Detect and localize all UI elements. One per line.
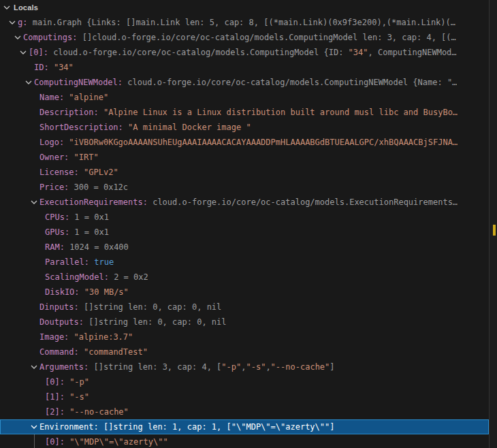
locals-section-header[interactable]: Locals bbox=[0, 0, 489, 15]
twistie-placeholder bbox=[29, 182, 39, 193]
indent-spacer bbox=[0, 225, 34, 240]
twistie-placeholder bbox=[29, 152, 39, 163]
debug-variables-panel: Locals g: main.Graph {Links: []main.Link… bbox=[0, 0, 497, 448]
variable-name: Price: bbox=[39, 182, 74, 192]
variable-text: Description: "Alpine Linux is a Linux di… bbox=[39, 108, 458, 117]
variable-value: "alpine" bbox=[69, 93, 108, 102]
variable-value: main.Graph {Links: []main.Link len: 5, c… bbox=[33, 18, 455, 27]
variable-row[interactable]: [0]: "\"MDP\"=\"azerty\"" bbox=[0, 434, 489, 448]
variable-row[interactable]: Arguments: []string len: 3, cap: 4, ["-p… bbox=[0, 359, 489, 374]
indent-spacer bbox=[0, 60, 23, 75]
chevron-down-icon[interactable] bbox=[29, 197, 39, 208]
variable-text: Image: "alpine:3.7" bbox=[39, 332, 133, 342]
indent-spacer bbox=[0, 240, 34, 255]
variable-row[interactable]: License: "GPLv2" bbox=[0, 165, 489, 180]
variable-value: ] bbox=[330, 422, 334, 432]
variable-value: []string len: 0, cap: 0, nil bbox=[84, 302, 221, 312]
variable-name: Environment: bbox=[39, 422, 103, 432]
indent-spacer bbox=[0, 195, 29, 210]
variable-value: "30 MB/s" bbox=[84, 287, 129, 297]
variable-value: "\"MDP\"=\"azerty\"" bbox=[69, 437, 168, 447]
variable-row[interactable]: Command: "commandTest" bbox=[0, 345, 489, 359]
variable-row[interactable]: Parallel: true bbox=[0, 255, 489, 270]
variable-row[interactable]: [0]: "-p" bbox=[0, 374, 489, 389]
variable-name: [1]: bbox=[45, 392, 69, 402]
variable-row[interactable]: RAM: 1024 = 0x400 bbox=[0, 240, 489, 255]
indent-spacer bbox=[0, 330, 29, 345]
variable-row[interactable]: ScalingModel: 2 = 0x2 bbox=[0, 270, 489, 285]
indent-spacer bbox=[0, 285, 34, 300]
indent-spacer bbox=[0, 150, 29, 165]
variable-text: Doutputs: []string len: 0, cap: 0, nil bbox=[39, 317, 227, 327]
variable-row[interactable]: [0]: cloud.o-forge.io/core/oc-catalog/mo… bbox=[0, 45, 489, 60]
variable-row[interactable]: GPUs: 1 = 0x1 bbox=[0, 225, 489, 240]
twistie-placeholder bbox=[23, 62, 34, 73]
chevron-down-icon[interactable] bbox=[1, 2, 12, 13]
twistie-placeholder bbox=[34, 377, 45, 387]
variable-row[interactable]: ID: "34" bbox=[0, 60, 489, 75]
section-title: Locals bbox=[14, 3, 38, 12]
chevron-down-icon[interactable] bbox=[23, 77, 34, 88]
variable-row[interactable]: ExecutionRequirements: cloud.o-forge.io/… bbox=[0, 195, 489, 210]
variable-row[interactable]: [2]: "--no-cache" bbox=[0, 404, 489, 419]
variable-row[interactable]: Price: 300 = 0x12c bbox=[0, 180, 489, 195]
variable-row[interactable]: [1]: "-s" bbox=[0, 389, 489, 404]
variable-text: ExecutionRequirements: cloud.o-forge.io/… bbox=[39, 197, 458, 207]
variable-name: Owner: bbox=[39, 153, 74, 162]
variable-name: GPUs: bbox=[45, 227, 74, 237]
chevron-down-icon[interactable] bbox=[29, 421, 39, 432]
variable-text: Price: 300 = 0x12c bbox=[39, 182, 128, 192]
variable-text: RAM: 1024 = 0x400 bbox=[45, 242, 129, 252]
chevron-down-icon[interactable] bbox=[29, 362, 39, 372]
variable-text: GPUs: 1 = 0x1 bbox=[45, 227, 109, 237]
variable-row[interactable]: Doutputs: []string len: 0, cap: 0, nil bbox=[0, 315, 489, 330]
variable-text: [2]: "--no-cache" bbox=[45, 407, 129, 417]
twistie-placeholder bbox=[29, 347, 39, 357]
variable-row[interactable]: Logo: "iVBORw0KGgoAAAANSUhEUgAAAIAAAACAC… bbox=[0, 135, 489, 150]
variables-tree: g: main.Graph {Links: []main.Link len: 5… bbox=[0, 15, 489, 448]
variable-value: true bbox=[94, 257, 114, 267]
variable-row[interactable]: CPUs: 1 = 0x1 bbox=[0, 210, 489, 225]
variable-value: "IRT" bbox=[74, 153, 99, 162]
indent-spacer bbox=[0, 434, 34, 448]
variable-row[interactable]: Description: "Alpine Linux is a Linux di… bbox=[0, 105, 489, 120]
chevron-down-icon[interactable] bbox=[12, 32, 23, 43]
variable-row[interactable]: Name: "alpine" bbox=[0, 90, 489, 105]
variable-value: []string len: 3, cap: 4, [ bbox=[93, 362, 221, 372]
variable-name: Parallel: bbox=[45, 257, 94, 267]
indent-spacer bbox=[0, 404, 34, 419]
variable-value: "-s" bbox=[246, 362, 266, 372]
variable-name: ScalingModel: bbox=[45, 272, 114, 282]
variable-name: Image: bbox=[39, 332, 74, 342]
twistie-placeholder bbox=[34, 242, 45, 253]
twistie-placeholder bbox=[29, 317, 39, 327]
locals-pane: Locals g: main.Graph {Links: []main.Link… bbox=[0, 0, 489, 448]
variable-name: Name: bbox=[39, 93, 69, 102]
twistie-placeholder bbox=[34, 212, 45, 223]
variable-row[interactable]: g: main.Graph {Links: []main.Link len: 5… bbox=[0, 15, 489, 30]
variable-row[interactable]: DiskIO: "30 MB/s" bbox=[0, 285, 489, 300]
variable-value: 1024 = 0x400 bbox=[69, 242, 129, 252]
overview-ruler-marker bbox=[493, 225, 496, 236]
variable-text: Dinputs: []string len: 0, cap: 0, nil bbox=[39, 302, 221, 312]
chevron-down-icon[interactable] bbox=[7, 17, 18, 28]
variable-row[interactable]: Owner: "IRT" bbox=[0, 150, 489, 165]
variable-row[interactable]: ShortDescription: "A minimal Docker imag… bbox=[0, 120, 489, 135]
variable-row[interactable]: ComputingNEWModel: cloud.o-forge.io/core… bbox=[0, 75, 489, 90]
indent-spacer bbox=[0, 389, 34, 404]
variable-name: Dinputs: bbox=[39, 302, 84, 312]
twistie-placeholder bbox=[29, 302, 39, 313]
scrollbar[interactable] bbox=[489, 0, 497, 448]
variable-name: Description: bbox=[39, 108, 103, 117]
variable-value: cloud.o-forge.io/core/oc-catalog/models.… bbox=[53, 48, 348, 57]
variable-name: [0]: bbox=[45, 437, 69, 447]
variable-row[interactable]: Computings: []cloud.o-forge.io/core/oc-c… bbox=[0, 30, 489, 45]
variable-row[interactable]: Environment: []string len: 1, cap: 1, ["… bbox=[0, 419, 489, 434]
variable-text: CPUs: 1 = 0x1 bbox=[45, 212, 109, 222]
variable-row[interactable]: Image: "alpine:3.7" bbox=[0, 330, 489, 345]
variable-row[interactable]: Dinputs: []string len: 0, cap: 0, nil bbox=[0, 300, 489, 315]
variable-text: Computings: []cloud.o-forge.io/core/oc-c… bbox=[23, 33, 456, 42]
twistie-placeholder bbox=[34, 391, 45, 402]
chevron-down-icon[interactable] bbox=[18, 47, 29, 58]
variable-value: "34" bbox=[54, 63, 74, 72]
